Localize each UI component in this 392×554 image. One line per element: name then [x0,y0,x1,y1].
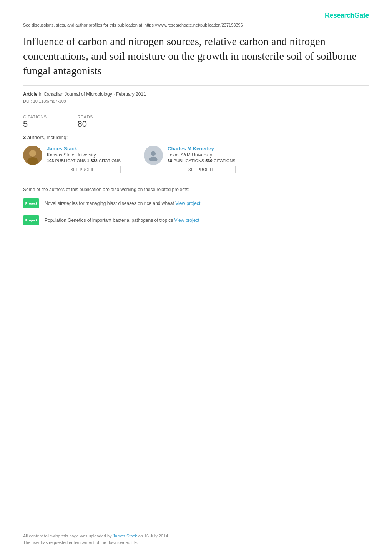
project-item-2: Project Population Genetics of important… [23,215,369,225]
citations-value: 5 [23,119,47,129]
footer-text: All content following this page was uplo… [23,533,369,546]
author-photo-1 [23,146,42,165]
divider-1 [23,85,369,86]
author-placeholder-icon-2 [148,150,159,161]
author-stats-2: 38 PUBLICATIONS 530 CITATIONS [168,158,236,163]
author-card-2: Charles M Kenerley Texas A&M University … [144,146,236,173]
related-projects-heading: Some of the authors of this publication … [23,187,369,192]
project-link-2[interactable]: View project [174,218,199,223]
citations-label: CITATIONS [23,115,47,119]
article-meta: Article in Canadian Journal of Microbiol… [23,91,369,97]
footer: All content following this page was uplo… [23,529,369,546]
see-profile-button-1[interactable]: SEE PROFILE [47,166,121,173]
project-text-1: Novel strategies for managing blast dise… [45,201,200,206]
footer-line2: The user has requested enhancement of th… [23,540,138,545]
author-name-1[interactable]: James Stack [47,146,121,151]
citations-block: CITATIONS 5 [23,115,47,129]
researchgate-logo: ResearchGate [325,12,369,20]
author-info-1: James Stack Kansas State University 103 … [47,146,121,173]
svg-point-3 [151,151,156,156]
footer-line1-prefix: All content following this page was uplo… [23,534,112,538]
author-avatar-2 [144,146,163,165]
article-title: Influence of carbon and nitrogen sources… [23,34,369,78]
top-notice: See discussions, stats, and author profi… [23,23,369,27]
doi: DOI: 10.1139/m87-109 [23,99,369,103]
author-card-1: James Stack Kansas State University 103 … [23,146,121,173]
project-text-2: Population Genetics of important bacteri… [45,218,199,223]
article-type: Article [23,92,37,97]
journal-name: Canadian Journal of Microbiology · Febru… [44,92,146,97]
author-info-2: Charles M Kenerley Texas A&M University … [168,146,236,173]
author-avatar-1 [23,146,42,165]
reads-block: READS 80 [78,115,93,129]
footer-line1-suffix: on 16 July 2014 [138,534,168,538]
author-name-2[interactable]: Charles M Kenerley [168,146,236,151]
author-institution-2: Texas A&M University [168,152,236,158]
authors-count: 3 [23,135,26,140]
svg-point-4 [149,157,158,161]
stats-row: CITATIONS 5 READS 80 [23,115,369,129]
footer-uploader-link[interactable]: James Stack [113,534,137,538]
divider-2 [23,109,369,109]
project-item-1: Project Novel strategies for managing bl… [23,198,369,208]
project-badge-1: Project [23,198,39,208]
authors-grid: James Stack Kansas State University 103 … [23,146,369,173]
project-link-1[interactable]: View project [175,201,200,206]
authors-heading-label: authors, including: [27,135,68,140]
author-institution-1: Kansas State University [47,152,121,158]
svg-point-1 [29,150,36,157]
svg-point-2 [27,157,38,165]
author-stats-1: 103 PUBLICATIONS 1,332 CITATIONS [47,158,121,163]
project-badge-2: Project [23,215,39,225]
reads-label: READS [78,115,93,119]
reads-value: 80 [78,119,93,129]
divider-3 [23,181,369,181]
journal-in-label: in [39,92,44,97]
see-profile-button-2[interactable]: SEE PROFILE [168,166,236,173]
authors-heading: 3 authors, including: [23,135,369,140]
